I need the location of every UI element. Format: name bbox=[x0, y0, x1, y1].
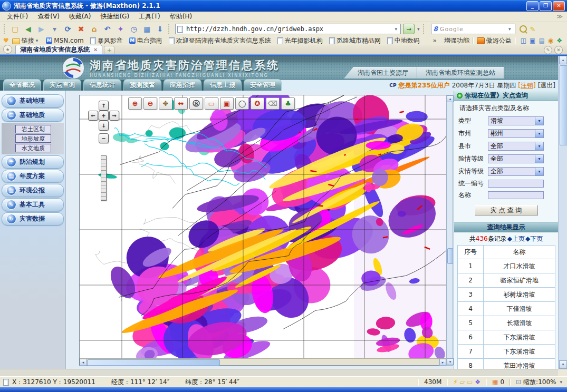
history-dropdown-button[interactable]: ▾ bbox=[48, 23, 61, 35]
url-dropdown-icon[interactable]: ▾ bbox=[393, 26, 399, 32]
sidebar-item-basic-geology[interactable]: ⊡ 基础地质 bbox=[2, 109, 64, 122]
download-button[interactable]: ⇓ bbox=[153, 23, 167, 35]
link-zhongdi-digital[interactable]: 中地数码 bbox=[387, 36, 420, 45]
tab-list-close-icon[interactable]: ✕ bbox=[554, 46, 563, 54]
folder-icon[interactable]: ▭ bbox=[467, 378, 473, 386]
history-button[interactable]: ◷ bbox=[127, 23, 140, 35]
link-radio-guide[interactable]: M电台指南 bbox=[129, 36, 162, 45]
type-select[interactable]: 滑坡 ▾ bbox=[488, 116, 544, 125]
county-select[interactable]: 全部 ▾ bbox=[488, 142, 544, 151]
select-rectangle-button[interactable]: ▭ bbox=[205, 97, 218, 110]
link-milu-city[interactable]: 觅路城市精品网 bbox=[329, 36, 381, 45]
sidebar-subitem-rock-soil-zoning[interactable]: 岩土区划 bbox=[15, 125, 51, 133]
zoom-slider[interactable] bbox=[101, 155, 107, 201]
menu-view[interactable]: 查看(V) bbox=[33, 11, 64, 22]
pan-up-button[interactable]: ↑ bbox=[99, 101, 109, 111]
geological-map[interactable]: ⊕⊖✥↔Ⓢ▭▣◯✪⌫♣ ↑ ← + → ↓ − ◂ ▸ bbox=[79, 95, 447, 366]
menu-help[interactable]: 帮助(H) bbox=[165, 11, 197, 22]
select-caret-icon[interactable]: ▾ bbox=[535, 130, 543, 138]
scroll-thumb[interactable] bbox=[87, 359, 220, 366]
pan-down-button[interactable]: ↓ bbox=[99, 121, 109, 131]
result-row[interactable]: 7下东溪滑坡 bbox=[458, 345, 555, 359]
menu-tools[interactable]: 工具(T) bbox=[134, 11, 165, 22]
link-groups-button[interactable]: ▦ bbox=[140, 23, 153, 35]
nav-tab-forecast-warning[interactable]: 预测预警 bbox=[123, 79, 161, 91]
nav-tab-emergency-command[interactable]: 应急指挥 bbox=[164, 79, 201, 91]
result-row[interactable]: 3衫树垅滑坡 bbox=[458, 288, 555, 302]
url-input[interactable] bbox=[185, 25, 393, 33]
map-vertical-scrollbar[interactable]: ▴ ▾ bbox=[446, 95, 453, 366]
zoom-in-button[interactable]: ⊕ bbox=[128, 97, 142, 110]
scroll-thumb[interactable] bbox=[560, 65, 567, 145]
disaster-level-select[interactable]: 全部 ▾ bbox=[488, 167, 544, 176]
page-vertical-scrollbar[interactable]: ▴ ▾ bbox=[558, 56, 567, 369]
maxthon-charity-link[interactable]: 傲游公益 bbox=[486, 36, 512, 45]
menu-file[interactable]: 文件(F) bbox=[2, 11, 33, 22]
sidebar-item-basic-tools[interactable]: ✎ 基本工具 bbox=[2, 198, 64, 211]
go-button[interactable]: → bbox=[403, 24, 415, 34]
sidebar-item-annual-plan[interactable]: ▤ 年度方案 bbox=[2, 170, 64, 183]
sidebar-item-disaster-data[interactable]: ↻ 灾害数据 bbox=[2, 212, 64, 226]
zoom-in-button[interactable]: + bbox=[99, 111, 109, 121]
link-baofeng[interactable]: 暴风影音 bbox=[90, 36, 123, 45]
notes-icon[interactable]: ▤ bbox=[539, 37, 544, 44]
nav-tab-disaster-point-query[interactable]: 灾点查询 bbox=[43, 79, 81, 91]
favorites-heart-icon[interactable]: ♥ bbox=[3, 37, 9, 44]
danger-level-select[interactable]: 全部 ▾ bbox=[488, 154, 544, 163]
select-caret-icon[interactable]: ▾ bbox=[535, 142, 543, 150]
tab-close-icon[interactable]: ✕ bbox=[93, 47, 98, 53]
zoom-out-button[interactable]: − bbox=[99, 133, 109, 143]
scroll-up-icon[interactable]: ▴ bbox=[447, 95, 454, 102]
scroll-right-icon[interactable]: ▸ bbox=[439, 359, 446, 366]
eraser-button[interactable]: ⌫ bbox=[266, 97, 280, 110]
link-guangnian-photo[interactable]: 光年摄影机构 bbox=[277, 36, 323, 45]
split-window-icon[interactable]: ▣ bbox=[530, 37, 535, 44]
restore-button[interactable]: ❐ bbox=[540, 1, 552, 11]
links-overflow-icon[interactable]: » bbox=[433, 37, 436, 44]
prev-page-link[interactable]: ◆上页 bbox=[507, 234, 525, 243]
search-engine-icon[interactable]: 8 bbox=[434, 25, 438, 33]
search-icon[interactable] bbox=[520, 25, 527, 33]
result-row[interactable]: 4下僮滑坡 bbox=[458, 302, 555, 316]
resize-icon[interactable]: ⊡ bbox=[516, 378, 521, 386]
sidebar-item-basic-geography[interactable]: » 基础地理 bbox=[2, 94, 64, 107]
plugin-icon[interactable]: ❖ bbox=[475, 378, 480, 386]
link-msn[interactable]: MMSN.com bbox=[46, 37, 83, 44]
mark-point-button[interactable]: ✪ bbox=[251, 97, 264, 110]
result-row[interactable]: 6下东溪滑坡 bbox=[458, 330, 555, 345]
go-dropdown-icon[interactable]: ▾ bbox=[416, 26, 421, 32]
nav-tab-security-management[interactable]: 安全管理 bbox=[244, 79, 282, 91]
disaster-query-button[interactable]: 灾 点 查 询 bbox=[475, 205, 538, 215]
legend-layers-button[interactable]: ♣ bbox=[281, 97, 295, 110]
city-select[interactable]: 郴州 ▾ bbox=[488, 129, 544, 138]
nav-tab-info-report[interactable]: 信息上报 bbox=[204, 79, 242, 91]
image-filter-icon[interactable]: ▦ bbox=[492, 378, 498, 386]
menu-favorites[interactable]: 收藏(A) bbox=[64, 11, 96, 22]
pan-button[interactable]: ✥ bbox=[159, 97, 172, 110]
geological-map-canvas[interactable] bbox=[80, 95, 446, 365]
search-dropdown-icon[interactable]: ▾ bbox=[507, 26, 513, 32]
unified-number-input[interactable] bbox=[488, 180, 544, 188]
links-folder[interactable]: 链接 ▾ bbox=[12, 36, 40, 45]
zoom-level[interactable]: 缩放:100% bbox=[523, 378, 556, 387]
exit-link[interactable]: [退出] bbox=[538, 81, 555, 90]
sidebar-item-prevention-planning[interactable]: ☂ 防治规划 bbox=[2, 155, 64, 169]
pan-left-button[interactable]: ← bbox=[88, 111, 98, 121]
sidebar-item-environment-bulletin[interactable]: ▥ 环境公报 bbox=[2, 184, 64, 197]
header-link-land-resources-dept[interactable]: 湖南省国土资源厅 bbox=[344, 67, 417, 79]
result-row[interactable]: 2骆家恒矿滑地 bbox=[458, 273, 555, 288]
scroll-down-icon[interactable]: ▾ bbox=[559, 360, 567, 369]
link-welcome-hunan-geo[interactable]: 欢迎登陆湖南省地质灾害信息系统 bbox=[169, 36, 271, 45]
folder-open-icon[interactable]: ▱ bbox=[460, 378, 465, 386]
pan-right-button[interactable]: → bbox=[109, 111, 119, 121]
scroll-down-icon[interactable]: ▾ bbox=[447, 358, 454, 365]
new-page-button[interactable]: ▢ bbox=[8, 23, 22, 35]
next-page-link[interactable]: ◆下页 bbox=[525, 234, 543, 243]
sidebar-subitem-hydrogeology[interactable]: 水文地质 bbox=[15, 144, 51, 152]
select-circle-button[interactable]: ◯ bbox=[235, 97, 249, 110]
name-input[interactable] bbox=[488, 191, 544, 199]
nav-tab-info-statistics[interactable]: 信息统计 bbox=[83, 79, 121, 91]
scroll-up-icon[interactable]: ▴ bbox=[559, 56, 567, 64]
back-button[interactable]: ◀ bbox=[22, 23, 35, 35]
undo-button[interactable]: ↶ bbox=[101, 23, 114, 35]
